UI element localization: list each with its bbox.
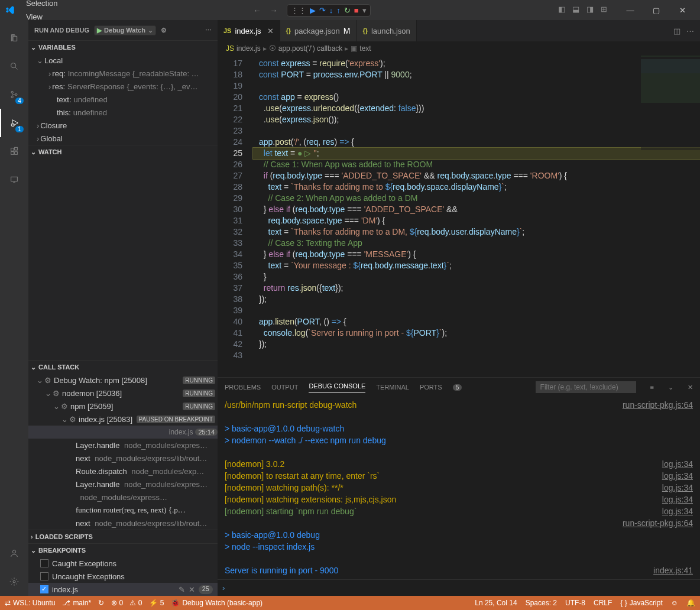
var-req[interactable]: ›req: IncomingMessage {_readableState: … <box>28 67 218 80</box>
callstack-item[interactable]: next node_modules/express/lib/rout… <box>28 452 218 465</box>
bp-uncaught[interactable]: Uncaught Exceptions <box>28 570 218 583</box>
account-icon[interactable] <box>0 539 28 567</box>
tab-package.json[interactable]: {}package.jsonM <box>280 20 357 41</box>
layout-bottom-icon[interactable]: ⬓ <box>572 5 583 15</box>
tab-more-icon[interactable]: ⋯ <box>686 27 694 35</box>
watch-header[interactable]: ⌄WATCH <box>28 145 218 158</box>
var-this[interactable]: this: undefined <box>28 106 218 119</box>
var-text[interactable]: text: undefined <box>28 93 218 106</box>
code-editor[interactable]: 1718192021222324252627282930313233343536… <box>218 56 700 377</box>
eol-status[interactable]: CRLF <box>594 599 612 607</box>
callstack-item[interactable]: node_modules/express… <box>28 491 218 504</box>
panel-tab-ports[interactable]: PORTS <box>420 384 442 391</box>
cursor-pos[interactable]: Ln 25, Col 14 <box>475 599 517 607</box>
extensions-icon[interactable] <box>0 137 28 166</box>
search-icon[interactable] <box>0 52 28 80</box>
continue-icon[interactable]: ▶ <box>310 6 316 15</box>
variables-header[interactable]: ⌄VARIABLES <box>28 41 218 54</box>
var-res[interactable]: ›res: ServerResponse {_events: {…}, _ev… <box>28 80 218 93</box>
settings-icon[interactable] <box>0 567 28 596</box>
step-out-icon[interactable]: ↑ <box>336 6 341 15</box>
variables-local[interactable]: ⌄Local <box>28 54 218 67</box>
close-panel-icon[interactable]: ✕ <box>688 384 693 391</box>
layout-right-icon[interactable]: ◨ <box>586 5 597 15</box>
activity-bar: 4 1 <box>0 20 28 596</box>
callstack-item[interactable]: function router(req, res, next) {.p… <box>28 504 218 517</box>
menu-selection[interactable]: Selection <box>21 0 62 10</box>
callstack-item[interactable]: index.js25:14 <box>28 426 218 439</box>
tab-index.js[interactable]: JSindex.js✕ <box>218 20 280 41</box>
filter-icon[interactable]: ≡ <box>650 384 654 391</box>
console-input[interactable]: › <box>218 579 700 596</box>
callstack-item[interactable]: Layer.handle node_modules/expres… <box>28 478 218 491</box>
tab-launch.json[interactable]: {}launch.json <box>357 20 416 41</box>
remove-icon[interactable]: ✕ <box>189 585 195 594</box>
layout-custom-icon[interactable]: ⊞ <box>601 5 611 15</box>
vscode-logo <box>5 5 15 15</box>
explorer-icon[interactable] <box>0 24 28 52</box>
collapse-icon[interactable]: ⌄ <box>668 384 673 391</box>
gutter[interactable]: 1718192021222324252627282930313233343536… <box>218 56 253 377</box>
debug-status[interactable]: 🐞 Debug Watch (basic-app) <box>171 599 262 607</box>
close-icon[interactable]: ✕ <box>267 27 274 35</box>
sync-status[interactable]: ↻ <box>98 599 104 607</box>
code-content[interactable]: const express = require('express');const… <box>253 56 700 377</box>
maximize-button[interactable]: ▢ <box>643 0 669 20</box>
callstack-item[interactable]: ⌄⚙index.js [25083]PAUSED ON BREAKPOINT <box>28 413 218 426</box>
lang-status[interactable]: { } JavaScript <box>620 599 662 607</box>
scm-icon[interactable]: 4 <box>0 80 28 109</box>
console-filter[interactable] <box>536 381 636 393</box>
variables-closure[interactable]: ›Closure <box>28 119 218 132</box>
split-icon[interactable]: ◫ <box>673 27 680 35</box>
breakpoints-header[interactable]: ⌄BREAKPOINTS <box>28 544 218 557</box>
branch-status[interactable]: ⎇ main* <box>62 599 91 607</box>
remote-icon[interactable] <box>0 166 28 194</box>
ports-status[interactable]: ⚡ 5 <box>149 599 164 607</box>
gear-icon[interactable]: ⚙ <box>161 27 167 34</box>
bell-icon[interactable]: 🔔 <box>686 599 695 607</box>
debug-icon[interactable]: 1 <box>0 109 28 137</box>
step-into-icon[interactable]: ↓ <box>329 6 333 15</box>
layout-left-icon[interactable]: ◧ <box>558 5 569 15</box>
nav-forward[interactable]: → <box>267 3 281 17</box>
panel-tab-debug-console[interactable]: DEBUG CONSOLE <box>309 382 365 392</box>
debug-console[interactable]: run-script-pkg.js:64/usr/bin/npm run-scr… <box>218 397 700 579</box>
more-icon[interactable]: ⋯ <box>205 27 212 34</box>
nav-arrows: ← → <box>250 3 281 17</box>
edit-icon[interactable]: ✎ <box>179 585 185 594</box>
svg-point-11 <box>13 580 15 583</box>
step-over-icon[interactable]: ↷ <box>319 6 326 15</box>
callstack-item[interactable]: ⌄⚙nodemon [25036]RUNNING <box>28 387 218 400</box>
feedback-icon[interactable]: ☺ <box>671 599 678 607</box>
bp-caught[interactable]: Caught Exceptions <box>28 557 218 570</box>
callstack-item[interactable]: ⌄⚙Debug Watch: npm [25008]RUNNING <box>28 374 218 387</box>
minimize-button[interactable]: — <box>617 0 643 20</box>
panel-tab-output[interactable]: OUTPUT <box>271 384 298 391</box>
nav-back[interactable]: ← <box>250 3 264 17</box>
callstack-item[interactable]: Layer.handle node_modules/expres… <box>28 439 218 452</box>
callstack-item[interactable]: ⌄⚙npm [25059]RUNNING <box>28 400 218 413</box>
loaded-scripts-header[interactable]: ›LOADED SCRIPTS <box>28 530 218 543</box>
remote-status[interactable]: ⇄ WSL: Ubuntu <box>5 599 55 607</box>
indent-status[interactable]: Spaces: 2 <box>526 599 557 607</box>
play-icon[interactable]: ▶ <box>97 27 102 34</box>
drag-handle-icon[interactable]: ⋮⋮ <box>291 6 306 15</box>
callstack-item[interactable]: Route.dispatch node_modules/exp… <box>28 465 218 478</box>
encoding-status[interactable]: UTF-8 <box>565 599 585 607</box>
close-button[interactable]: ✕ <box>669 0 695 20</box>
panel-tab-terminal[interactable]: TERMINAL <box>376 384 409 391</box>
callstack-item[interactable]: next node_modules/express/lib/rout… <box>28 517 218 530</box>
tab-bar: JSindex.js✕{}package.jsonM{}launch.json … <box>218 20 700 41</box>
panel-tab-problems[interactable]: PROBLEMS <box>225 384 261 391</box>
more-icon[interactable]: ▾ <box>362 6 367 15</box>
variables-global[interactable]: ›Global <box>28 132 218 145</box>
callstack-header[interactable]: ⌄CALL STACK <box>28 361 218 374</box>
debug-config-select[interactable]: ▶ Debug Watch ⌄ <box>94 25 156 35</box>
restart-icon[interactable]: ↻ <box>344 6 351 15</box>
problems-status[interactable]: ⊗ 0 ⚠ 0 <box>111 599 142 607</box>
breadcrumb[interactable]: JSindex.js▸⦿app.post('/') callback▸▣text <box>218 41 700 56</box>
minimap[interactable] <box>641 56 700 150</box>
chevron-down-icon[interactable]: ⌄ <box>148 27 153 34</box>
bp-file[interactable]: index.js ✎✕25 <box>28 583 218 596</box>
stop-icon[interactable]: ■ <box>354 6 359 15</box>
